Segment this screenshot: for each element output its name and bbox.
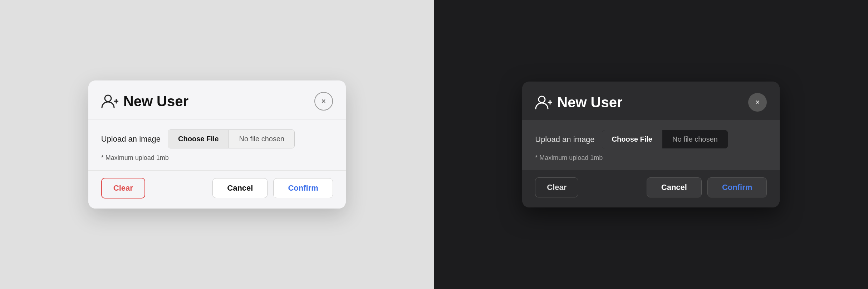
dark-close-icon: ×: [755, 98, 760, 107]
light-clear-button[interactable]: Clear: [101, 178, 145, 199]
light-modal-header: New User ×: [88, 80, 346, 119]
dark-cancel-button[interactable]: Cancel: [647, 177, 702, 197]
dark-clear-button[interactable]: Clear: [535, 177, 578, 197]
light-choose-file-button[interactable]: Choose File: [168, 130, 229, 148]
dark-confirm-button[interactable]: Confirm: [707, 177, 767, 197]
light-upload-row: Upload an image Choose File No file chos…: [101, 129, 333, 148]
svg-point-3: [539, 96, 545, 103]
dark-upload-label: Upload an image: [535, 135, 594, 144]
dark-no-file-label: No file chosen: [662, 130, 728, 148]
dark-title-group: New User: [535, 94, 622, 111]
light-modal: New User × Upload an image Choose File N…: [88, 80, 346, 209]
light-file-input-container: Choose File No file chosen: [168, 129, 295, 148]
dark-modal-footer: Clear Cancel Confirm: [522, 170, 780, 207]
dark-upload-note: * Maximum upload 1mb: [535, 154, 767, 162]
light-title-group: New User: [101, 93, 188, 110]
svg-point-0: [105, 95, 111, 102]
light-close-icon: ×: [321, 97, 326, 106]
user-plus-icon-dark: [535, 94, 552, 111]
dark-modal: New User × Upload an image Choose File N…: [522, 82, 780, 207]
dark-file-input-container: Choose File No file chosen: [602, 130, 728, 148]
light-modal-footer: Clear Cancel Confirm: [88, 171, 346, 209]
dark-modal-title: New User: [557, 94, 622, 111]
dark-choose-file-button[interactable]: Choose File: [602, 130, 662, 148]
light-upload-label: Upload an image: [101, 134, 161, 144]
light-cancel-button[interactable]: Cancel: [212, 178, 268, 198]
light-upload-note: * Maximum upload 1mb: [101, 154, 333, 162]
dark-upload-row: Upload an image Choose File No file chos…: [535, 130, 767, 148]
light-modal-body: Upload an image Choose File No file chos…: [88, 119, 346, 171]
light-panel: New User × Upload an image Choose File N…: [0, 0, 434, 289]
light-confirm-button[interactable]: Confirm: [273, 178, 333, 198]
dark-modal-body: Upload an image Choose File No file chos…: [522, 120, 780, 170]
light-no-file-label: No file chosen: [229, 130, 294, 148]
dark-close-button[interactable]: ×: [748, 93, 767, 112]
user-plus-icon-light: [101, 93, 118, 110]
dark-panel: New User × Upload an image Choose File N…: [434, 0, 868, 289]
dark-modal-header: New User ×: [522, 82, 780, 120]
light-modal-title: New User: [123, 93, 188, 109]
light-close-button[interactable]: ×: [314, 92, 333, 111]
